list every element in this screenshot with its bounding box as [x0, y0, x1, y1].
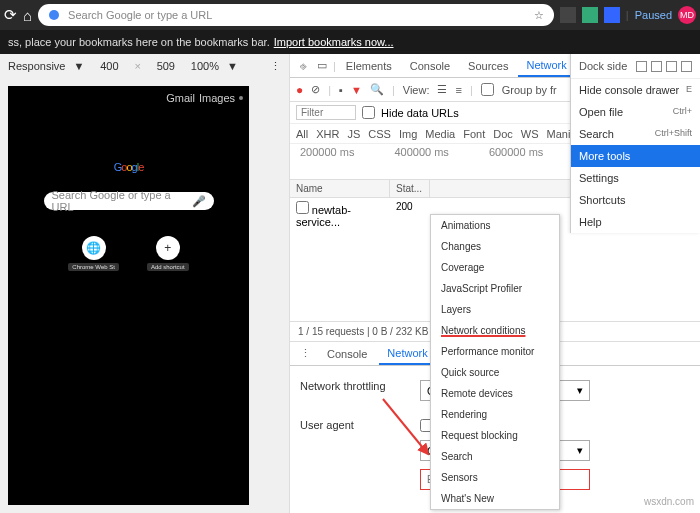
page-preview[interactable]: Gmail Images Google Search Google or typ…	[8, 86, 249, 505]
home-icon[interactable]: ⌂	[23, 7, 32, 24]
menu-item-search[interactable]: SearchCtrl+Shift	[571, 123, 700, 145]
tick: 600000 ms	[489, 146, 543, 158]
row-checkbox[interactable]	[296, 201, 309, 214]
import-bookmarks-link[interactable]: Import bookmarks now...	[274, 36, 394, 48]
view-label: View:	[403, 84, 430, 96]
omnibox[interactable]: Search Google or type a URL ☆	[38, 4, 554, 26]
group-label: Group by fr	[502, 84, 557, 96]
browser-toolbar: ⟳ ⌂ Search Google or type a URL ☆ | Paus…	[0, 0, 700, 30]
extension-icon-3[interactable]	[604, 7, 620, 23]
menu-item-more-tools[interactable]: More tools	[571, 145, 700, 167]
submenu-item-network-conditions[interactable]: Network conditions	[431, 320, 559, 341]
type-css[interactable]: CSS	[368, 128, 391, 140]
tab-elements[interactable]: Elements	[338, 56, 400, 76]
gmail-link[interactable]: Gmail	[166, 92, 195, 104]
dock-bottom-icon[interactable]	[666, 61, 677, 72]
ua-label: User agent	[300, 419, 400, 431]
search-icon[interactable]: 🔍	[370, 83, 384, 96]
submenu-item-remote-devices[interactable]: Remote devices	[431, 383, 559, 404]
submenu-item-search[interactable]: Search	[431, 446, 559, 467]
reload-icon[interactable]: ⟳	[4, 6, 17, 24]
col-status[interactable]: Stat...	[390, 180, 430, 197]
submenu-item-animations[interactable]: Animations	[431, 215, 559, 236]
tab-console[interactable]: Console	[402, 56, 458, 76]
type-js[interactable]: JS	[347, 128, 360, 140]
record-icon[interactable]: ●	[296, 83, 303, 97]
type-media[interactable]: Media	[425, 128, 455, 140]
images-link[interactable]: Images	[199, 92, 235, 104]
submenu-item-request-blocking[interactable]: Request blocking	[431, 425, 559, 446]
google-header-links: Gmail Images	[166, 92, 243, 104]
google-logo: Google	[114, 146, 144, 178]
divider: |	[626, 9, 629, 21]
dock-undock-icon[interactable]	[636, 61, 647, 72]
filter-input[interactable]	[296, 105, 356, 120]
type-ws[interactable]: WS	[521, 128, 539, 140]
avatar[interactable]: MD	[678, 6, 696, 24]
submenu-item-javascript-profiler[interactable]: JavaScript Profiler	[431, 278, 559, 299]
apps-icon[interactable]	[239, 96, 243, 100]
tab-network[interactable]: Network	[518, 55, 574, 77]
drawer-tab-console[interactable]: Console	[319, 344, 375, 364]
svg-point-0	[49, 10, 59, 20]
group-checkbox[interactable]	[481, 83, 494, 96]
google-search-input[interactable]: Search Google or type a URL 🎤	[44, 192, 214, 210]
device-mode[interactable]: Responsive	[8, 60, 65, 72]
submenu-item-coverage[interactable]: Coverage	[431, 257, 559, 278]
submenu-item-rendering[interactable]: Rendering	[431, 404, 559, 425]
type-doc[interactable]: Doc	[493, 128, 513, 140]
extension-icon-2[interactable]	[582, 7, 598, 23]
submenu-item-sensors[interactable]: Sensors	[431, 467, 559, 488]
clear-icon[interactable]: ⊘	[311, 83, 320, 96]
zoom-select[interactable]: 100%	[191, 60, 219, 72]
mic-icon[interactable]: 🎤	[192, 195, 206, 208]
menu-item-shortcuts[interactable]: Shortcuts	[571, 189, 700, 211]
extension-icon-1[interactable]	[560, 7, 576, 23]
chevron-down-icon: ▾	[577, 384, 583, 397]
submenu-item-layers[interactable]: Layers	[431, 299, 559, 320]
small-rows-icon[interactable]: ≡	[455, 84, 461, 96]
type-img[interactable]: Img	[399, 128, 417, 140]
dock-left-icon[interactable]	[651, 61, 662, 72]
shortcuts: 🌐 Chrome Web St + Add shortcut	[68, 236, 188, 271]
filter-icon[interactable]: ▼	[351, 84, 362, 96]
col-name[interactable]: Name	[290, 180, 390, 197]
google-g-icon	[48, 9, 60, 21]
dock-right-icon[interactable]	[681, 61, 692, 72]
inspect-icon[interactable]: ⎆	[296, 60, 311, 72]
menu-item-open-file[interactable]: Open fileCtrl+	[571, 101, 700, 123]
shortcut-add[interactable]: + Add shortcut	[147, 236, 189, 271]
submenu-item-quick-source[interactable]: Quick source	[431, 362, 559, 383]
bookmark-text: ss, place your bookmarks here on the boo…	[8, 36, 270, 48]
drawer-menu-icon[interactable]: ⋮	[296, 347, 315, 360]
menu-item-settings[interactable]: Settings	[571, 167, 700, 189]
large-rows-icon[interactable]: ☰	[437, 83, 447, 96]
submenu-item-what's-new[interactable]: What's New	[431, 488, 559, 509]
submenu-item-changes[interactable]: Changes	[431, 236, 559, 257]
tab-sources[interactable]: Sources	[460, 56, 516, 76]
plus-icon: +	[156, 236, 180, 260]
type-all[interactable]: All	[296, 128, 308, 140]
bookmark-bar: ss, place your bookmarks here on the boo…	[0, 30, 700, 54]
more-icon[interactable]: ⋮	[270, 60, 281, 73]
camera-icon[interactable]: ▪	[339, 84, 343, 96]
tick: 400000 ms	[394, 146, 448, 158]
device-toggle-icon[interactable]: ▭	[313, 59, 331, 72]
submenu-item-performance-monitor[interactable]: Performance monitor	[431, 341, 559, 362]
type-xhr[interactable]: XHR	[316, 128, 339, 140]
device-preview-pane: Responsive▼ 400 × 509 100%▼ ⋮ Gmail Imag…	[0, 54, 290, 513]
type-font[interactable]: Font	[463, 128, 485, 140]
dock-side-label: Dock side	[579, 60, 627, 72]
shortcut-1[interactable]: 🌐 Chrome Web St	[68, 236, 119, 271]
star-icon[interactable]: ☆	[534, 9, 544, 22]
device-toolbar: Responsive▼ 400 × 509 100%▼ ⋮	[0, 54, 289, 78]
width-input[interactable]: 400	[92, 60, 126, 72]
throttling-label: Network throttling	[300, 380, 400, 392]
height-input[interactable]: 509	[149, 60, 183, 72]
menu-item-hide-console-drawer[interactable]: Hide console drawerE	[571, 79, 700, 101]
devtools: ⎆ ▭ | Elements Console Sources Network A…	[290, 54, 700, 513]
menu-item-help[interactable]: Help	[571, 211, 700, 233]
hide-data-label: Hide data URLs	[381, 107, 459, 119]
profile-paused[interactable]: Paused	[635, 9, 672, 21]
hide-data-checkbox[interactable]	[362, 106, 375, 119]
